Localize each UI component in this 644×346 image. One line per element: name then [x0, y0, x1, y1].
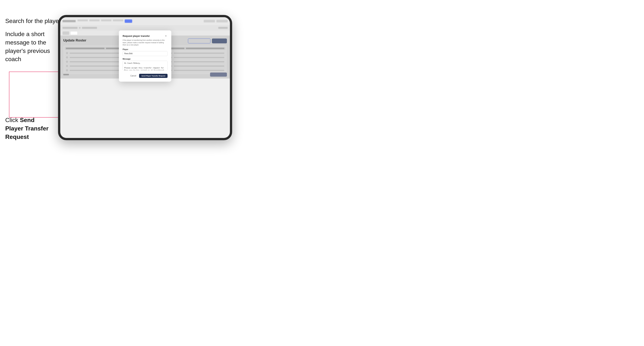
tab-1	[62, 31, 69, 35]
annotation-message-text: Include a short message to the player's …	[5, 30, 54, 63]
header-btn-1	[204, 20, 215, 22]
modal-footer: Cancel Send Player Transfer Request	[122, 74, 168, 78]
header-btn-2	[216, 20, 228, 22]
nav-item-1	[78, 19, 88, 21]
player-form-group: Player	[122, 48, 168, 56]
nav-item-4	[113, 19, 123, 21]
player-label: Player	[122, 48, 168, 50]
send-transfer-request-button[interactable]: Send Player Transfer Request	[139, 74, 168, 78]
tablet-screen: Update Roster	[60, 17, 230, 138]
request-transfer-modal: Request player transfer × If the player …	[119, 30, 171, 82]
arrow-line-vertical-2	[9, 108, 9, 117]
cancel-button[interactable]: Cancel	[129, 74, 138, 78]
tablet-device: Update Roster	[58, 15, 232, 140]
modal-overlay: Request player transfer × If the player …	[60, 35, 230, 78]
breadcrumb-1	[62, 27, 78, 29]
player-input[interactable]	[122, 51, 168, 56]
sub-header	[60, 25, 230, 31]
nav-item-3	[101, 19, 112, 21]
modal-header: Request player transfer ×	[122, 34, 168, 38]
header-right	[204, 20, 228, 22]
message-label: Message	[122, 58, 168, 60]
message-form-group: Message Hi Coach McHarg, Please accept t…	[122, 58, 168, 71]
app-logo	[62, 20, 76, 22]
arrow-line-vertical-1	[9, 72, 9, 113]
message-textarea[interactable]: Hi Coach McHarg, Please accept this tran…	[122, 61, 168, 70]
sub-header-action	[218, 27, 228, 29]
nav-items	[78, 19, 202, 23]
annotation-click-text: Click Send Player Transfer Request	[5, 116, 54, 141]
app-header	[60, 17, 230, 25]
breadcrumb-2	[82, 27, 97, 29]
breadcrumb-sep	[79, 27, 80, 29]
modal-description: If the player is transferring from anoth…	[122, 39, 168, 46]
nav-item-active	[125, 19, 132, 23]
nav-item-2	[89, 19, 100, 21]
modal-close-button[interactable]: ×	[164, 34, 168, 38]
tab-2-active	[70, 31, 78, 35]
main-content: Update Roster	[60, 35, 230, 78]
annotation-search-text: Search for the player.	[5, 17, 62, 25]
modal-title: Request player transfer	[122, 34, 150, 37]
